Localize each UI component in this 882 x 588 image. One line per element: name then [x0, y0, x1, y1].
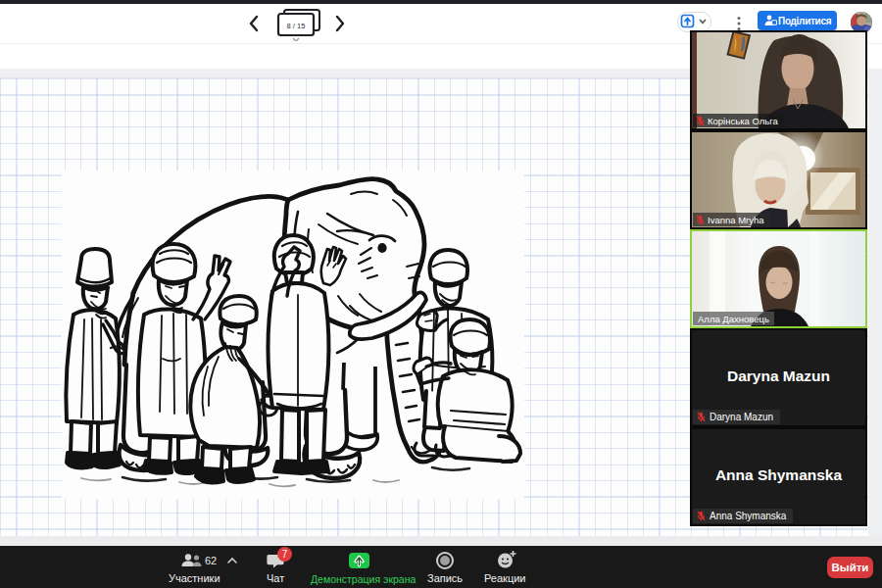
svg-text:8 / 15: 8 / 15	[287, 22, 306, 30]
